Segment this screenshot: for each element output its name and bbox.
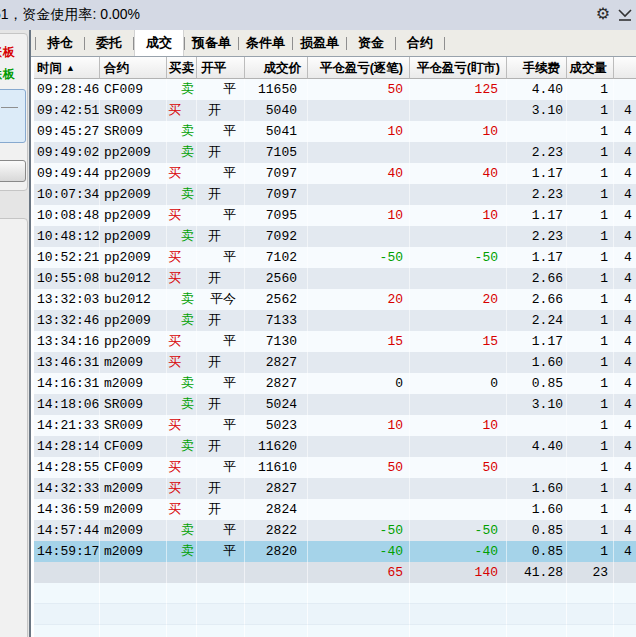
cell-price: 2827 [245, 373, 308, 394]
cell-pnl_tick [308, 499, 410, 520]
cell-contract: pp2009 [100, 142, 167, 163]
table-row[interactable]: 10:08:48pp2009买平709510101.1714 [34, 205, 636, 226]
empty-row [34, 625, 636, 637]
table-row[interactable]: 13:32:46pp2009卖开71332.2414 [34, 310, 636, 331]
cell-offset: 开 [197, 142, 245, 163]
quantity-stepper[interactable] [0, 89, 26, 143]
cell-offset [197, 604, 245, 625]
cell-side: 买 [167, 415, 197, 436]
cell-contract: SR009 [100, 121, 167, 142]
column-header-手续费[interactable]: 手续费 [507, 57, 567, 79]
tab-持仓[interactable]: 持仓 [36, 30, 84, 56]
cell-contract: pp2009 [100, 184, 167, 205]
tab-合约[interactable]: 合约 [396, 30, 444, 56]
table-row[interactable]: 14:36:59m2009买开28241.6014 [34, 499, 636, 520]
tab-预备单[interactable]: 预备单 [185, 30, 238, 56]
cell-vol: 1 [567, 247, 614, 268]
cell-extra: 4 [614, 415, 636, 436]
cell-pnl_tick: 65 [308, 562, 410, 583]
table-row[interactable]: 13:34:16pp2009买平713015151.1714 [34, 331, 636, 352]
cell-offset: 开 [197, 226, 245, 247]
cell-offset: 平 [197, 163, 245, 184]
tab-条件单[interactable]: 条件单 [239, 30, 292, 56]
table-row[interactable]: 10:52:21pp2009买平7102-50-501.1714 [34, 247, 636, 268]
column-header-平仓盈亏(逐笔)[interactable]: 平仓盈亏(逐笔) [308, 57, 410, 79]
cell-pnl_mark: 40 [410, 163, 507, 184]
cell-contract [100, 604, 167, 625]
tab-成交[interactable]: 成交 [134, 30, 184, 56]
cell-vol: 1 [567, 205, 614, 226]
cell-side: 卖 [167, 289, 197, 310]
tab-损盈单[interactable]: 损盈单 [293, 30, 346, 56]
cell-pnl_tick [308, 100, 410, 121]
bottom-tabs-bar: 持仓委托成交预备单条件单损盈单资金合约 [31, 30, 636, 56]
table-row[interactable]: 14:57:44m2009卖平2822-50-500.8514 [34, 520, 636, 541]
cell-price: 2822 [245, 520, 308, 541]
table-row[interactable]: 09:49:02pp2009卖开71052.2314 [34, 142, 636, 163]
cell-fee: 4.40 [507, 436, 567, 457]
cell-price: 2827 [245, 352, 308, 373]
table-row[interactable]: 14:28:14CF009卖开116204.4014 [34, 436, 636, 457]
column-header-成交量[interactable]: 成交量 [567, 57, 614, 79]
table-row[interactable]: 14:28:55CF009买平11610505014 [34, 457, 636, 478]
column-header-买卖[interactable]: 买卖 [167, 57, 197, 79]
cell-price: 2820 [245, 541, 308, 562]
table-row[interactable]: 14:16:31m2009卖平2827000.8514 [34, 373, 636, 394]
cell-offset [197, 583, 245, 604]
table-row[interactable]: 10:55:08bu2012买开25602.6614 [34, 268, 636, 289]
cell-fee: 1.60 [507, 499, 567, 520]
cell-pnl_mark: -50 [410, 520, 507, 541]
cell-extra: 4 [614, 289, 636, 310]
gear-icon[interactable]: ⚙ [596, 4, 610, 23]
table-row[interactable]: 13:46:31m2009买开28271.6014 [34, 352, 636, 373]
table-row[interactable]: 10:07:34pp2009卖开70972.2314 [34, 184, 636, 205]
cell-fee: 0.85 [507, 373, 567, 394]
cell-pnl_tick: 20 [308, 289, 410, 310]
table-row[interactable]: 14:18:06SR009卖开50243.1014 [34, 394, 636, 415]
table-row-selected[interactable]: 14:59:17m2009卖平2820-40-400.8514 [34, 541, 636, 562]
cell-pnl_tick [308, 604, 410, 625]
collapse-panel-icon[interactable] [618, 8, 633, 26]
cell-vol: 1 [567, 142, 614, 163]
column-header-成交价[interactable]: 成交价 [245, 57, 308, 79]
table-row[interactable]: 10:48:12pp2009卖开70922.2314 [34, 226, 636, 247]
cell-vol [567, 625, 614, 637]
tab-资金[interactable]: 资金 [347, 30, 395, 56]
cell-price: 11620 [245, 436, 308, 457]
cell-extra: 4 [614, 352, 636, 373]
cell-price: 7092 [245, 226, 308, 247]
cell-time: 14:36:59 [34, 499, 100, 520]
cell-fee: 2.24 [507, 310, 567, 331]
cell-pnl_tick [308, 583, 410, 604]
cell-vol: 1 [567, 79, 614, 100]
cell-contract: m2009 [100, 373, 167, 394]
tab-委托[interactable]: 委托 [85, 30, 133, 56]
column-header-开平[interactable]: 开平 [197, 57, 245, 79]
table-row[interactable]: 09:28:46CF009卖平11650501254.401 [34, 79, 636, 100]
cell-contract: m2009 [100, 499, 167, 520]
cell-side: 买 [167, 457, 197, 478]
table-row[interactable]: 14:21:33SR009买平5023101014 [34, 415, 636, 436]
column-header-时间[interactable]: 时间▲ [34, 57, 100, 79]
table-row[interactable]: 09:49:44pp2009买平709740401.1714 [34, 163, 636, 184]
cell-side: 买 [167, 163, 197, 184]
cell-time: 09:28:46 [34, 79, 100, 100]
column-header-合约[interactable]: 合约 [100, 57, 167, 79]
table-row[interactable]: 09:42:51SR009买开50403.1014 [34, 100, 636, 121]
table-row[interactable]: 13:32:03bu2012卖平今256220202.6614 [34, 289, 636, 310]
table-row[interactable]: 14:32:33m2009买开28271.6014 [34, 478, 636, 499]
cell-pnl_mark [410, 499, 507, 520]
cell-contract: SR009 [100, 100, 167, 121]
cell-offset [197, 562, 245, 583]
cell-contract [100, 625, 167, 637]
panel-button[interactable] [0, 160, 26, 182]
column-header-extra[interactable] [614, 57, 636, 79]
cell-pnl_tick: 10 [308, 205, 410, 226]
column-header-平仓盈亏(盯市)[interactable]: 平仓盈亏(盯市) [410, 57, 507, 79]
cell-fee: 3.10 [507, 100, 567, 121]
table-row[interactable]: 09:45:27SR009卖平5041101014 [34, 121, 636, 142]
cell-fee: 0.85 [507, 520, 567, 541]
cell-pnl_tick [308, 352, 410, 373]
cell-pnl_mark [410, 478, 507, 499]
cell-fee: 1.60 [507, 478, 567, 499]
